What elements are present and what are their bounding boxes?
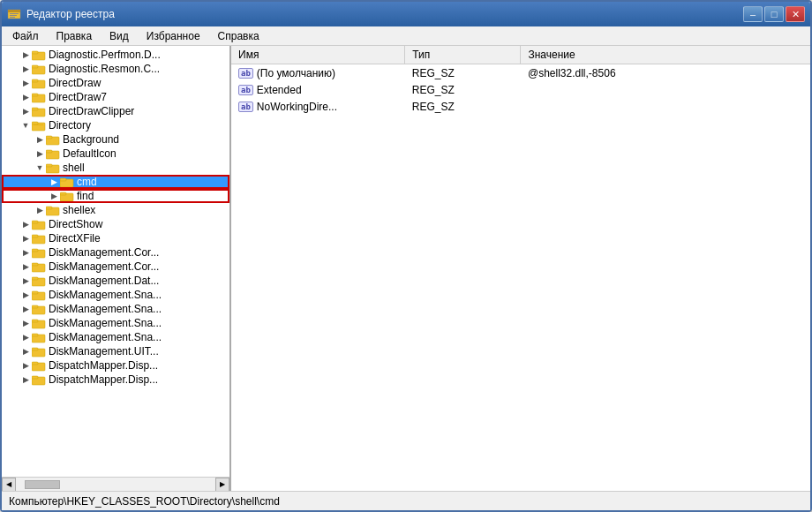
registry-entry-icon: ab Extended [238,84,302,96]
menu-edit[interactable]: Правка [49,28,100,44]
table-row[interactable]: ab Extended REG_SZ [231,81,810,98]
tree-item-dms3[interactable]: DiskManagement.Sna... [2,316,229,330]
svg-rect-35 [32,249,38,252]
folder-icon [32,331,46,343]
folder-icon [32,77,46,89]
registry-values-panel: Имя Тип Значение ab (По умолчанию) [231,46,810,491]
status-path: Компьютер\HKEY_CLASSES_ROOT\Directory\sh… [9,495,280,508]
svg-rect-47 [32,334,38,336]
folder-icon [46,204,60,216]
ab-icon: ab [238,85,253,95]
tree-item-directshow[interactable]: DirectShow [2,217,229,231]
tree-item-label: DiskManagement.Sna... [49,303,162,315]
expand-icon [19,275,32,287]
svg-rect-4 [10,17,15,18]
tree-item-diagnostic-perfmon[interactable]: Diagnostic.Perfmon.D... [2,48,229,62]
folder-icon [32,373,46,386]
expand-icon [19,91,32,103]
expand-icon [48,176,60,188]
tree-item-background[interactable]: Background [2,132,229,147]
tree-item-label: DiskManagement.Sna... [49,289,162,301]
expand-icon [19,246,32,259]
tree-item-dmd[interactable]: DiskManagement.Dat... [2,274,229,288]
tree-item-directory[interactable]: Directory [2,118,229,132]
folder-icon [32,246,46,259]
scroll-right-button[interactable]: ▶ [215,478,229,492]
ab-icon: ab [238,68,253,79]
tree-scroll[interactable]: Diagnostic.Perfmon.D... Diagnostic.Resmo… [2,46,229,477]
tree-item-dmc2[interactable]: DiskManagement.Cor... [2,260,229,274]
tree-item-shellex[interactable]: shellex [2,203,229,217]
tree-item-label: DirectDrawClipper [49,105,134,117]
title-bar: Редактор реестра – □ ✕ [2,2,810,26]
close-button[interactable]: ✕ [786,6,805,22]
col-header-name[interactable]: Имя [231,46,405,64]
expand-icon [34,147,46,160]
tree-item-directxfile[interactable]: DirectXFile [2,231,229,245]
tree-item-dmc1[interactable]: DiskManagement.Cor... [2,245,229,260]
folder-icon [60,176,74,188]
tree-item-defaulticon[interactable]: DefaultIcon [2,147,229,161]
maximize-button[interactable]: □ [764,6,784,22]
table-row[interactable]: ab (По умолчанию) REG_SZ @shell32.dll,-8… [231,64,810,82]
col-header-type[interactable]: Тип [405,46,521,64]
scroll-track[interactable] [16,479,215,490]
menu-favorites[interactable]: Избранное [139,28,207,44]
tree-item-label: DiskManagement.Cor... [49,246,159,259]
expand-icon [19,218,32,230]
tree-item-label: DefaultIcon [63,147,117,160]
tree-item-dms4[interactable]: DiskManagement.Sna... [2,330,229,344]
tree-item-directdraw[interactable]: DirectDraw [2,76,229,90]
tree-item-label: shellex [63,204,95,216]
tree-item-dmuit[interactable]: DiskManagement.UIT... [2,344,229,358]
tree-item-label: find [77,190,94,202]
svg-rect-2 [10,13,19,14]
tree-item-directdrawclipper[interactable]: DirectDrawClipper [2,104,229,118]
expand-icon [19,63,32,75]
menu-view[interactable]: Вид [102,28,136,44]
tree-item-label: DirectShow [49,218,102,230]
tree-item-shell[interactable]: shell [2,161,229,175]
row-type-cell: REG_SZ [405,98,521,115]
row-type-cell: REG_SZ [405,64,521,82]
values-scroll-area[interactable]: Имя Тип Значение ab (По умолчанию) [231,46,810,491]
svg-rect-39 [32,277,38,280]
menu-bar: Файл Правка Вид Избранное Справка [2,26,810,46]
registry-editor-window: Редактор реестра – □ ✕ Файл Правка Вид И… [0,0,812,512]
col-header-value[interactable]: Значение [521,46,810,64]
menu-file[interactable]: Файл [5,28,46,44]
expand-icon [19,373,32,386]
folder-open-icon [46,162,60,174]
tree-item-diagnostic-resmon[interactable]: Diagnostic.Resmon.C... [2,62,229,76]
entry-name: Extended [257,84,302,96]
folder-icon [32,317,46,329]
svg-rect-14 [32,108,38,110]
folder-icon [32,345,46,358]
svg-rect-19 [46,136,52,139]
expand-icon [19,345,32,358]
minimize-button[interactable]: – [743,6,763,22]
tree-item-dms1[interactable]: DiskManagement.Sna... [2,288,229,302]
row-value-cell: @shell32.dll,-8506 [521,64,810,82]
tree-item-dispatch1[interactable]: DispatchMapper.Disp... [2,358,229,373]
tree-horizontal-scrollbar[interactable]: ◀ ▶ [2,477,229,491]
menu-help[interactable]: Справка [211,28,267,44]
tree-item-label: Diagnostic.Perfmon.D... [49,49,161,61]
svg-rect-12 [32,94,38,96]
tree-item-dms2[interactable]: DiskManagement.Sna... [2,302,229,316]
table-row[interactable]: ab NoWorkingDire... REG_SZ [231,98,810,115]
window-controls: – □ ✕ [743,6,805,22]
tree-item-dispatch2[interactable]: DispatchMapper.Disp... [2,373,229,387]
scroll-thumb[interactable] [25,480,60,489]
row-type-cell: REG_SZ [405,81,521,98]
scroll-left-button[interactable]: ◀ [2,478,16,492]
tree-item-label: DirectXFile [49,232,101,245]
expand-icon [19,49,32,61]
row-name-cell: ab NoWorkingDire... [231,98,405,115]
folder-icon [32,49,46,61]
tree-item-find[interactable]: find [2,189,229,203]
svg-rect-49 [32,348,38,350]
tree-item-directdraw7[interactable]: DirectDraw7 [2,90,229,104]
tree-item-cmd[interactable]: cmd [2,175,229,189]
svg-rect-21 [46,150,52,153]
